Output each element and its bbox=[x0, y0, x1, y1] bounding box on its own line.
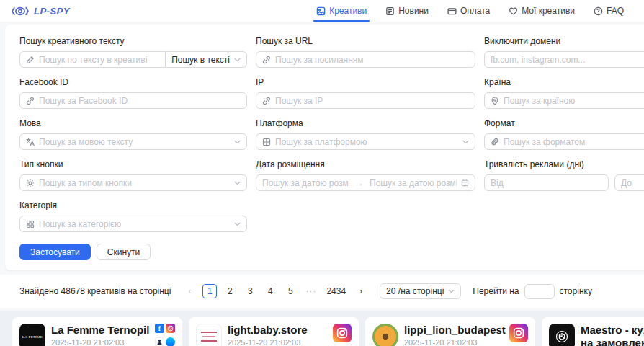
link-icon bbox=[26, 97, 35, 105]
duration-to-input[interactable] bbox=[621, 178, 644, 188]
brand-name: LP-SPY bbox=[34, 6, 70, 17]
avatar bbox=[372, 324, 398, 346]
nav-tab-news[interactable]: Новини bbox=[385, 0, 429, 22]
platform-icons bbox=[333, 324, 352, 346]
creative-date: 2025-11-20 21:02:03 bbox=[404, 338, 504, 346]
text-search-mode-select[interactable]: Пошук в тексті bbox=[166, 51, 247, 68]
filter-country: Країна bbox=[484, 77, 644, 109]
nav-tab-payment[interactable]: Оплата bbox=[447, 0, 490, 22]
page-button-2[interactable]: 2 bbox=[223, 284, 237, 298]
format-select-input[interactable] bbox=[504, 137, 644, 147]
date-to-input[interactable] bbox=[370, 178, 457, 188]
avatar: LA FEMME bbox=[19, 324, 45, 346]
apply-button[interactable]: Застосувати bbox=[19, 244, 91, 260]
ip-search-input[interactable] bbox=[275, 96, 469, 106]
field-label: Facebook ID bbox=[19, 77, 247, 87]
url-search-input[interactable] bbox=[275, 55, 469, 65]
filter-category: Категорія bbox=[19, 200, 247, 232]
filter-language: Мова bbox=[19, 118, 247, 150]
field-label: Категорія bbox=[19, 200, 247, 210]
field-label: Формат bbox=[484, 118, 644, 128]
filter-date-range: Дата розміщення → bbox=[256, 159, 475, 191]
creative-date: 2025-11-20 21:02:03 bbox=[51, 338, 149, 346]
page-size-select[interactable]: 20 /на сторінці bbox=[380, 283, 461, 299]
nav-tab-label: Оплата bbox=[460, 6, 490, 16]
gear-icon bbox=[26, 179, 35, 187]
field-label: Дата розміщення bbox=[256, 159, 475, 169]
creative-card[interactable]: LA FEMME La Femme Ternopil 2025-11-20 21… bbox=[12, 317, 182, 346]
nav-tab-label: Мої креативи bbox=[522, 6, 575, 16]
results-bar: Знайдено 48678 креативів на сторінці ‹ 1… bbox=[0, 275, 644, 308]
next-page-button[interactable]: › bbox=[354, 284, 368, 298]
chevron-down-icon bbox=[234, 181, 241, 185]
date-range-picker[interactable]: → bbox=[256, 174, 475, 191]
date-from-input[interactable] bbox=[262, 178, 349, 188]
calendar-icon bbox=[461, 179, 469, 187]
avatar bbox=[196, 324, 222, 346]
filter-button-type: Тип кнопки bbox=[19, 159, 247, 191]
filter-facebook-id: Facebook ID bbox=[19, 77, 247, 109]
page-button-1[interactable]: 1 bbox=[202, 284, 217, 298]
main-nav: Креативи Новини Оплата bbox=[316, 0, 624, 22]
goto-suffix-label: сторінку bbox=[560, 286, 592, 296]
link-icon bbox=[262, 97, 271, 105]
duration-from-input[interactable] bbox=[491, 178, 602, 188]
reset-button[interactable]: Скинути bbox=[97, 244, 151, 260]
field-label: Тип кнопки bbox=[19, 159, 247, 169]
messenger-icon bbox=[166, 337, 175, 346]
creative-card[interactable]: Maestro - кухні, меблі на замовлення в У… bbox=[542, 317, 644, 346]
platform-icons bbox=[509, 324, 528, 346]
credit-card-icon bbox=[447, 6, 457, 16]
last-page-button[interactable]: 2434 bbox=[324, 284, 348, 298]
filter-ip: IP bbox=[256, 77, 475, 109]
creative-title: light.baby.store bbox=[228, 324, 327, 337]
country-search-input[interactable] bbox=[504, 96, 644, 106]
creative-text-input[interactable] bbox=[39, 55, 159, 65]
filter-exclude-domains: Виключити домени bbox=[484, 36, 644, 68]
link-icon bbox=[262, 56, 271, 64]
arrow-right-icon: → bbox=[354, 178, 365, 188]
pagination: ‹ 1 2 3 4 5 ··· 2434 › bbox=[182, 284, 368, 298]
nav-tab-my-creatives[interactable]: Мої креативи bbox=[509, 0, 575, 22]
filter-url: Пошук за URL bbox=[256, 36, 475, 68]
page-button-5[interactable]: 5 bbox=[283, 284, 298, 298]
field-label: Пошук креативного тексту bbox=[19, 36, 247, 46]
platform-icons: f bbox=[155, 324, 175, 346]
audience-network-icon bbox=[155, 337, 164, 346]
question-circle-icon bbox=[594, 6, 603, 16]
field-label: Пошук за URL bbox=[256, 36, 475, 46]
eye-logo-icon bbox=[11, 5, 30, 17]
brand-logo[interactable]: LP-SPY bbox=[11, 5, 70, 17]
platform-select-input[interactable] bbox=[275, 137, 458, 147]
category-select-input[interactable] bbox=[39, 219, 230, 229]
chevron-down-icon bbox=[462, 140, 469, 144]
filter-creative-text: Пошук креативного тексту Пошук в тексті bbox=[19, 36, 247, 68]
nav-tab-faq[interactable]: FAQ bbox=[594, 0, 624, 22]
button-type-select-input[interactable] bbox=[39, 178, 230, 188]
creatives-list: LA FEMME La Femme Ternopil 2025-11-20 21… bbox=[0, 311, 644, 346]
pagination-ellipsis[interactable]: ··· bbox=[303, 284, 318, 298]
news-icon bbox=[385, 6, 395, 16]
goto-prefix-label: Перейти на bbox=[473, 286, 519, 296]
field-label: Країна bbox=[484, 77, 644, 87]
field-label: Платформа bbox=[256, 118, 475, 128]
goto-page-input[interactable] bbox=[524, 284, 555, 299]
filter-duration: Тривалість реклами (дні) bbox=[484, 159, 644, 191]
chevron-down-icon bbox=[234, 222, 241, 226]
creative-card[interactable]: light.baby.store 2025-11-20 21:02:03 3 d… bbox=[189, 317, 359, 346]
creative-title: Maestro - кухні, меблі на замовлення в У… bbox=[581, 324, 644, 346]
chevron-down-icon bbox=[234, 140, 241, 144]
prev-page-button[interactable]: ‹ bbox=[182, 284, 197, 298]
language-select-input[interactable] bbox=[39, 137, 230, 147]
page-button-3[interactable]: 3 bbox=[243, 284, 257, 298]
facebook-id-input[interactable] bbox=[39, 96, 241, 106]
creative-card[interactable]: lippi_lion_budapest 2025-11-20 21:02:03 … bbox=[365, 317, 535, 346]
instagram-icon bbox=[166, 324, 175, 333]
nav-tab-creatives[interactable]: Креативи bbox=[316, 0, 367, 22]
avatar bbox=[549, 324, 575, 346]
exclude-domains-input[interactable] bbox=[491, 55, 644, 65]
page-button-4[interactable]: 4 bbox=[263, 284, 277, 298]
instagram-icon bbox=[333, 324, 352, 342]
category-grid-icon bbox=[26, 220, 35, 229]
field-label: IP bbox=[256, 77, 475, 87]
